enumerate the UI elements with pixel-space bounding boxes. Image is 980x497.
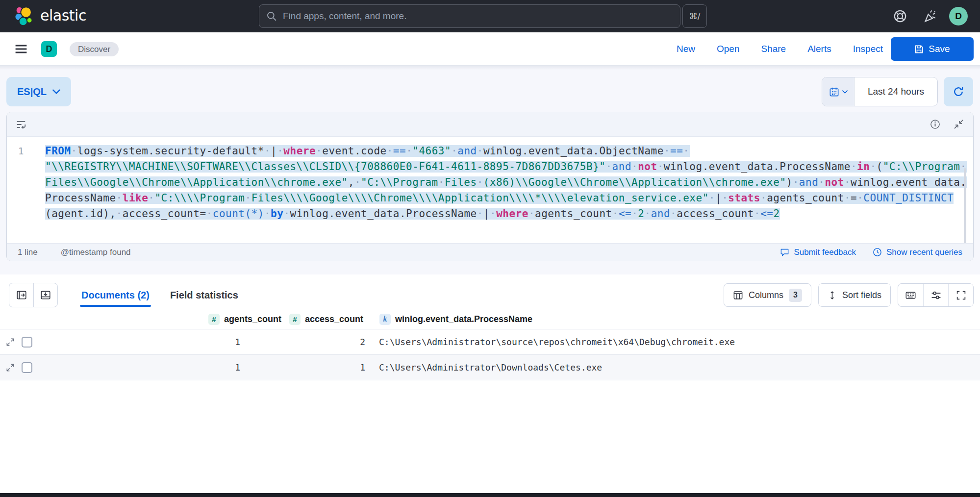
- line-number: 1: [7, 143, 35, 159]
- editor-scrollbar[interactable]: [964, 168, 966, 247]
- open-button[interactable]: Open: [717, 44, 739, 54]
- timestamp-note: @timestamp found: [61, 248, 131, 257]
- columns-button[interactable]: Columns 3: [724, 283, 811, 307]
- calendar-icon: [829, 87, 839, 97]
- global-search-input[interactable]: [283, 11, 673, 22]
- tab-field-statistics[interactable]: Field statistics: [169, 283, 240, 307]
- table-row[interactable]: 1 2 C:\Users\Administrator\source\repos\…: [0, 329, 980, 355]
- brand-wordmark: elastic: [40, 7, 86, 24]
- calendar-menu[interactable]: [822, 77, 854, 106]
- save-button[interactable]: Save: [891, 37, 974, 61]
- row-checkbox[interactable]: [22, 337, 32, 348]
- display-options-icon[interactable]: [923, 284, 948, 306]
- column-header-agents-count[interactable]: # agents_count: [208, 309, 281, 329]
- cell-access-count[interactable]: 2: [267, 329, 365, 355]
- row-checkbox[interactable]: [22, 362, 32, 373]
- show-chart-panel-icon[interactable]: [9, 283, 33, 307]
- info-icon[interactable]: [930, 119, 941, 130]
- grid-display-group: [898, 283, 974, 307]
- app-toolbar: D Discover New Open Share Alerts Inspect…: [0, 32, 980, 66]
- elastic-logo[interactable]: [14, 5, 34, 26]
- editor-toolbar: [7, 112, 973, 137]
- breadcrumb[interactable]: Discover: [70, 42, 119, 56]
- esql-editor[interactable]: 1 FROM·logs-system.security-default*·|·w…: [6, 112, 974, 261]
- columns-count-badge: 3: [789, 289, 802, 302]
- news-party-popper-icon[interactable]: [924, 9, 937, 23]
- line-count: 1 line: [18, 248, 38, 257]
- cell-agents-count[interactable]: 1: [142, 355, 240, 380]
- save-icon: [914, 45, 924, 54]
- submit-feedback-link[interactable]: Submit feedback: [780, 248, 856, 257]
- column-header-access-count[interactable]: # access_count: [289, 309, 363, 329]
- help-icon[interactable]: [893, 9, 907, 23]
- inspect-button[interactable]: Inspect: [853, 44, 883, 54]
- number-field-icon: #: [289, 314, 301, 325]
- expand-row-icon[interactable]: [6, 363, 15, 372]
- results-tabs: Documents (2) Field statistics: [80, 283, 240, 307]
- search-icon: [266, 11, 277, 22]
- alerts-button[interactable]: Alerts: [807, 44, 831, 54]
- refresh-button[interactable]: [944, 77, 973, 106]
- feedback-icon: [780, 248, 789, 257]
- bottom-edge-bar: [0, 493, 980, 497]
- time-range-picker[interactable]: Last 24 hours: [822, 77, 938, 106]
- show-recent-queries-link[interactable]: Show recent queries: [873, 248, 962, 257]
- clock-icon: [873, 248, 882, 257]
- columns-icon: [733, 290, 743, 300]
- cell-processname[interactable]: C:\Users\Administrator\Downloads\Cetes.e…: [379, 355, 602, 380]
- expand-row-icon[interactable]: [6, 338, 15, 347]
- search-shortcut-hint: ⌘/: [682, 4, 707, 28]
- query-language-button[interactable]: ES|QL: [6, 77, 71, 106]
- tab-documents[interactable]: Documents (2): [80, 283, 151, 307]
- table-row[interactable]: 1 1 C:\Users\Administrator\Downloads\Cet…: [0, 355, 980, 380]
- menu-hamburger-icon[interactable]: [14, 42, 28, 56]
- global-search[interactable]: [259, 4, 680, 28]
- layout-toggle-group: [9, 283, 58, 307]
- chevron-down-icon: [842, 90, 848, 94]
- editor-footer: 1 line @timestamp found Submit feedback …: [7, 243, 973, 261]
- keyword-field-icon: k: [379, 314, 391, 325]
- top-menu: New Open Share Alerts Inspect: [677, 32, 883, 66]
- chevron-down-icon: [52, 89, 60, 94]
- fullscreen-icon[interactable]: [948, 284, 973, 306]
- wrap-lines-icon[interactable]: [16, 119, 26, 130]
- dock-panel-bottom-icon[interactable]: [33, 283, 58, 307]
- user-avatar[interactable]: D: [949, 7, 968, 25]
- number-field-icon: #: [208, 314, 220, 325]
- sort-fields-button[interactable]: Sort fields: [818, 283, 891, 307]
- space-avatar[interactable]: D: [41, 41, 57, 57]
- global-header: elastic ⌘/ D: [0, 0, 980, 32]
- grid-header-row: # agents_count # access_count k winlog.e…: [0, 309, 980, 329]
- query-lines: FROM·logs-system.security-default*·|·whe…: [45, 143, 958, 222]
- keyboard-shortcuts-icon[interactable]: [898, 284, 923, 306]
- collapse-editor-icon[interactable]: [954, 119, 964, 130]
- new-button[interactable]: New: [677, 44, 695, 54]
- cell-agents-count[interactable]: 1: [142, 329, 240, 355]
- share-button[interactable]: Share: [761, 44, 786, 54]
- query-code-area[interactable]: 1 FROM·logs-system.security-default*·|·w…: [7, 137, 973, 244]
- time-range-value[interactable]: Last 24 hours: [854, 77, 937, 106]
- column-header-processname[interactable]: k winlog.event_data.ProcessName: [379, 309, 532, 329]
- cell-processname[interactable]: C:\Users\Administrator\source\repos\chro…: [379, 329, 735, 355]
- grid-toolbar: Columns 3 Sort fields: [724, 283, 974, 307]
- sort-icon: [828, 291, 837, 300]
- cell-access-count[interactable]: 1: [267, 355, 365, 380]
